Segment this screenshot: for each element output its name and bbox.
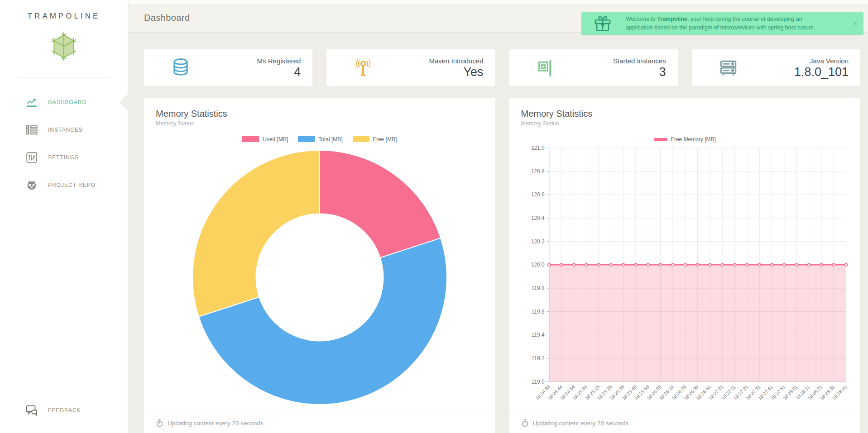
stopwatch-icon bbox=[521, 419, 529, 427]
svg-text:119.0: 119.0 bbox=[531, 379, 544, 385]
sidebar-item-label: DASHBOARD bbox=[48, 99, 86, 105]
sidebar: TRAMPOLINE DASHBOARD bbox=[0, 0, 128, 433]
svg-text:120.2: 120.2 bbox=[531, 238, 544, 245]
svg-text:119.2: 119.2 bbox=[531, 355, 544, 362]
free-memory-line-chart: 121.0120.8120.6120.4120.2120.0119.8119.6… bbox=[521, 144, 849, 416]
chart-line-icon bbox=[25, 97, 38, 108]
sidebar-item-project-repo[interactable]: PROJECT REPO bbox=[0, 171, 128, 199]
sidebar-nav: DASHBOARD INSTANCES bbox=[0, 88, 128, 199]
stats-row: Ms Registered 4 M bbox=[144, 49, 860, 86]
panels-row: Memory Statistics Memory Status Used [MB… bbox=[144, 98, 860, 433]
stopwatch-icon bbox=[156, 419, 163, 427]
panel-title: Memory Statistics bbox=[521, 109, 849, 119]
donut-slice-0 bbox=[320, 150, 441, 258]
stat-label: Java Version bbox=[794, 57, 849, 65]
sidebar-item-instances[interactable]: INSTANCES bbox=[0, 116, 128, 143]
svg-text:120.8: 120.8 bbox=[531, 168, 544, 175]
legend-swatch bbox=[353, 136, 369, 142]
svg-text:120.0: 120.0 bbox=[531, 262, 544, 268]
server-stack-icon bbox=[718, 57, 739, 78]
stat-card-maven-introduced: Maven Introduced Yes bbox=[326, 49, 495, 86]
panel-subtitle: Memory Status bbox=[156, 120, 484, 127]
main: Ms Registered 4 M bbox=[129, 33, 868, 433]
stat-info: Ms Registered 4 bbox=[257, 57, 301, 79]
sidebar-footer: FEEDBACK bbox=[0, 396, 128, 424]
welcome-notification: Welcome to Trampoline, your help during … bbox=[581, 12, 863, 35]
svg-text:120.6: 120.6 bbox=[531, 191, 544, 198]
stat-label: Ms Registered bbox=[257, 57, 301, 65]
panel-footer: Updating content every 20 seconds bbox=[509, 413, 861, 433]
panel-footer: Updating content every 20 seconds bbox=[144, 413, 495, 433]
legend-item-2[interactable]: Free [MB] bbox=[353, 136, 397, 143]
sidebar-item-dashboard[interactable]: DASHBOARD bbox=[0, 88, 128, 116]
stat-card-java-version: Java Version 1.8.0_101 bbox=[692, 49, 860, 86]
stat-card-ms-registered: Ms Registered 4 bbox=[144, 49, 312, 86]
content-area: Dashboard Ms Registered 4 bbox=[129, 0, 868, 433]
legend-item-1[interactable]: Total [MB] bbox=[298, 136, 342, 143]
legend-swatch bbox=[654, 138, 667, 141]
active-item-arrow bbox=[120, 95, 128, 110]
memory-statistics-donut-panel: Memory Statistics Memory Status Used [MB… bbox=[144, 98, 495, 433]
legend-label: Free Memory [MB] bbox=[671, 136, 716, 143]
update-note: Updating content every 20 seconds bbox=[533, 420, 629, 427]
stat-label: Maven Introduced bbox=[429, 57, 483, 65]
notification-text: Welcome to Trampoline, your help during … bbox=[626, 15, 827, 33]
donut-chart bbox=[192, 149, 448, 405]
github-icon bbox=[25, 180, 38, 190]
sidebar-item-label: INSTANCES bbox=[48, 127, 83, 133]
antenna-icon bbox=[353, 57, 374, 78]
svg-text:119.4: 119.4 bbox=[531, 332, 544, 338]
close-icon[interactable]: × bbox=[853, 19, 858, 28]
stat-card-started-instances: Started Instances 3 bbox=[509, 49, 678, 86]
stat-info: Maven Introduced Yes bbox=[429, 57, 483, 79]
stat-label: Started Instances bbox=[613, 57, 666, 65]
legend-label: Total [MB] bbox=[318, 136, 342, 143]
server-rows-icon bbox=[25, 124, 38, 135]
legend-item-0[interactable]: Used [MB] bbox=[242, 136, 288, 143]
legend-swatch bbox=[298, 136, 315, 142]
stat-value: 3 bbox=[613, 65, 666, 79]
cube-logo-icon bbox=[40, 24, 87, 70]
svg-text:119.6: 119.6 bbox=[531, 309, 544, 315]
stat-value: 4 bbox=[257, 65, 301, 79]
donut-slice-2 bbox=[192, 150, 320, 317]
stat-info: Java Version 1.8.0_101 bbox=[794, 57, 849, 79]
sidebar-divider bbox=[17, 77, 110, 77]
sidebar-item-feedback[interactable]: FEEDBACK bbox=[0, 396, 128, 424]
legend-label: Used [MB] bbox=[263, 136, 288, 143]
area-fill bbox=[549, 265, 846, 381]
panel-subtitle: Memory Status bbox=[521, 120, 849, 127]
top-strip bbox=[129, 0, 868, 4]
sidebar-item-label: SETTINGS bbox=[48, 154, 79, 161]
donut-legend: Used [MB]Total [MB]Free [MB] bbox=[156, 136, 484, 143]
stat-info: Started Instances 3 bbox=[613, 57, 666, 79]
memory-statistics-line-panel: Memory Statistics Memory Status Free Mem… bbox=[509, 98, 861, 433]
gift-icon bbox=[593, 14, 612, 33]
stat-value: Yes bbox=[429, 65, 483, 79]
legend-swatch bbox=[242, 136, 259, 142]
sidebar-item-label: FEEDBACK bbox=[48, 407, 81, 414]
chat-bubbles-icon bbox=[25, 404, 38, 416]
legend-label: Free [MB] bbox=[373, 136, 397, 143]
flag-icon bbox=[536, 57, 556, 78]
sidebar-item-settings[interactable]: SETTINGS bbox=[0, 143, 128, 171]
database-icon bbox=[170, 57, 191, 78]
brand-title: TRAMPOLINE bbox=[0, 12, 128, 21]
stat-value: 1.8.0_101 bbox=[794, 65, 849, 79]
svg-text:120.4: 120.4 bbox=[531, 215, 544, 221]
update-note: Updating content every 20 seconds bbox=[168, 420, 264, 427]
notification-bold: Trampoline bbox=[657, 16, 687, 22]
legend-item-free-memory[interactable]: Free Memory [MB] bbox=[654, 136, 716, 143]
sliders-icon bbox=[25, 152, 38, 163]
sidebar-item-label: PROJECT REPO bbox=[48, 182, 96, 188]
panel-title: Memory Statistics bbox=[156, 109, 484, 119]
svg-text:119.8: 119.8 bbox=[531, 285, 544, 291]
page-title: Dashboard bbox=[144, 13, 190, 23]
line-chart-legend: Free Memory [MB] bbox=[521, 136, 849, 143]
svg-text:121.0: 121.0 bbox=[531, 145, 544, 151]
